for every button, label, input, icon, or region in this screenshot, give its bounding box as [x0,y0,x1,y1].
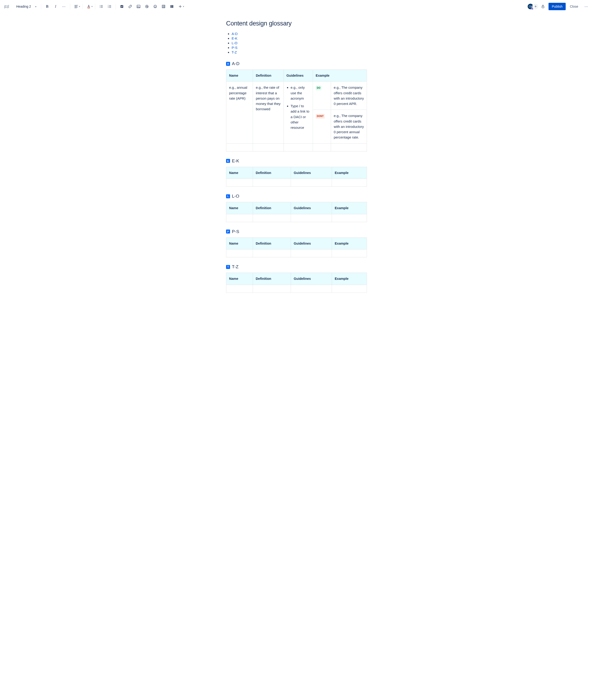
svg-rect-7 [120,5,123,8]
letter-badge-icon: T [226,265,230,269]
glossary-table-ad[interactable]: Name Definition Guidelines Example e.g.,… [226,70,367,152]
svg-rect-18 [542,6,544,8]
app-logo [3,3,11,10]
glossary-table-ps[interactable]: Name Definition Guidelines Example [226,237,367,257]
table-button[interactable] [160,3,167,10]
table-row-empty[interactable] [226,179,367,187]
th-name: Name [226,70,253,82]
checkbox-icon [120,4,124,8]
invite-button[interactable]: + [532,3,539,10]
glossary-table-tz[interactable]: Name Definition Guidelines Example [226,273,367,293]
section-heading-tz[interactable]: T T-Z [226,264,367,269]
th-example: Example [332,202,367,214]
toc-link[interactable]: L-O [232,41,237,45]
th-definition: Definition [253,202,291,214]
svg-rect-16 [170,5,172,8]
image-icon [136,4,141,8]
th-guidelines: Guidelines [291,167,332,179]
image-button[interactable] [135,3,142,10]
separator [116,4,116,9]
ellipsis-icon: ⋯ [62,4,66,8]
svg-text:3: 3 [108,7,108,8]
th-definition: Definition [253,167,291,179]
restrictions-button[interactable] [539,3,547,10]
link-icon [128,4,132,8]
th-example: Example [332,237,367,249]
table-row-empty[interactable] [226,143,367,151]
editor-toolbar: Heading 2 ▾ B I ⋯ ▾ ▾ [0,0,593,13]
page-body: Content design glossary A-D E-K L-O P-S … [226,13,367,307]
guideline-item: Type / to add a link to a DACI or other … [291,103,310,130]
cell-dont-example[interactable]: e.g., The company offers credit cards wi… [331,110,367,143]
section-label: L-O [232,194,239,199]
ellipsis-icon: ⋯ [585,4,588,8]
table-row-empty[interactable] [226,214,367,222]
numbered-list-icon: 1 2 3 [108,4,112,8]
avatar-stack: CK C + [527,3,538,10]
bold-button[interactable]: B [44,3,51,10]
toc-link[interactable]: A-D [232,32,238,36]
text-style-value: Heading 2 [16,5,31,8]
glossary-table-ek[interactable]: Name Definition Guidelines Example [226,167,367,187]
th-example: Example [313,70,367,82]
svg-point-10 [146,5,148,8]
th-name: Name [226,273,253,285]
mention-button[interactable] [143,3,151,10]
th-example: Example [332,273,367,285]
svg-point-12 [154,5,157,8]
cell-do-example[interactable]: e.g., The company offers credit cards wi… [331,82,367,110]
section-label: E-K [232,158,239,163]
separator [70,4,70,9]
toc-link[interactable]: T-Z [232,50,237,54]
section-heading-ek[interactable]: E E-K [226,158,367,163]
table-row-empty[interactable] [226,285,367,293]
bullet-list-button[interactable] [97,3,105,10]
layouts-button[interactable] [168,3,175,10]
toc-link[interactable]: E-K [232,36,237,40]
layouts-icon [170,4,174,8]
th-name: Name [226,202,253,214]
cell-do-badge[interactable]: DO [313,82,331,110]
separator [82,4,83,9]
th-name: Name [226,167,253,179]
glossary-table-lo[interactable]: Name Definition Guidelines Example [226,202,367,222]
svg-point-13 [155,6,155,6]
italic-button[interactable]: I [52,3,59,10]
letter-badge-icon: P [226,230,230,233]
svg-point-3 [100,7,100,8]
section-heading-ad[interactable]: A A-D [226,61,367,66]
cell-dont-badge[interactable]: DONT [313,110,331,143]
th-definition: Definition [253,273,291,285]
text-style-select[interactable]: Heading 2 ▾ [14,4,38,9]
numbered-list-button[interactable]: 1 2 3 [106,3,113,10]
th-definition: Definition [253,70,283,82]
chevron-down-icon: ▾ [79,5,80,8]
table-icon [161,4,166,8]
emoji-button[interactable] [152,3,159,10]
toc-link[interactable]: P-S [232,46,237,49]
cell-name[interactable]: e.g., annual percentage rate (APR) [226,82,253,143]
publish-button[interactable]: Publish [549,3,566,10]
svg-rect-0 [87,8,90,8]
text-color-icon [87,4,91,8]
mention-icon [145,4,149,8]
table-row[interactable]: e.g., annual percentage rate (APR) e.g.,… [226,82,367,110]
section-label: P-S [232,229,239,234]
link-button[interactable] [126,3,134,10]
letter-badge-icon: L [226,194,230,198]
action-item-button[interactable] [118,3,125,10]
page-title[interactable]: Content design glossary [226,20,367,27]
table-row-empty[interactable] [226,249,367,257]
guideline-item: e.g., only use the acronym [291,85,310,101]
cell-guidelines[interactable]: e.g., only use the acronym Type / to add… [283,82,313,143]
align-left-icon [74,4,78,8]
th-name: Name [226,237,253,249]
svg-rect-15 [162,5,165,8]
more-formatting-button[interactable]: ⋯ [60,3,68,10]
th-guidelines: Guidelines [283,70,313,82]
more-actions-button[interactable]: ⋯ [582,3,590,10]
close-button[interactable]: Close [567,3,581,10]
cell-definition[interactable]: e.g., the rate of interest that a person… [253,82,283,143]
section-heading-ps[interactable]: P P-S [226,229,367,234]
section-heading-lo[interactable]: L L-O [226,194,367,199]
